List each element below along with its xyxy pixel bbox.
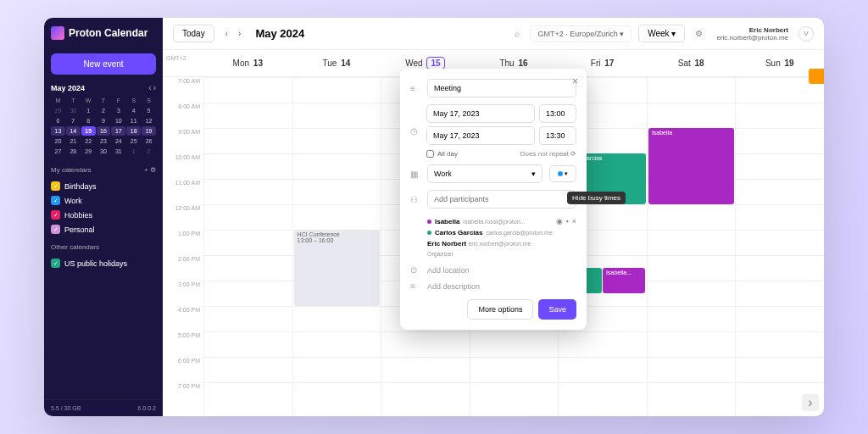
day-header[interactable]: Tue 14 bbox=[292, 50, 381, 76]
color-select[interactable]: ▾ bbox=[549, 165, 576, 182]
user-email: eric.norbert@proton.me bbox=[716, 34, 788, 42]
save-button[interactable]: Save bbox=[538, 299, 576, 320]
calendar-checkbox[interactable]: ✓ bbox=[51, 196, 60, 205]
today-button[interactable]: Today bbox=[173, 25, 214, 42]
calendar-item[interactable]: ✓US public holidays bbox=[51, 256, 156, 270]
event-isabella-sat[interactable]: Isabella bbox=[648, 128, 735, 204]
event-hci[interactable]: HCI Conference 13:00 – 16:00 bbox=[294, 230, 381, 306]
mini-day[interactable]: 2 bbox=[97, 106, 111, 115]
mini-day[interactable]: 10 bbox=[111, 116, 125, 125]
mini-day[interactable]: 1 bbox=[126, 147, 141, 156]
mini-day[interactable]: 4 bbox=[126, 106, 141, 115]
close-icon[interactable]: × bbox=[572, 75, 578, 87]
description-icon: ≡ bbox=[410, 281, 420, 291]
forward-icon[interactable]: › bbox=[802, 394, 819, 411]
eye-icon[interactable]: ◉ bbox=[556, 217, 563, 225]
calendar-select[interactable]: Work▾ bbox=[427, 164, 542, 183]
search-icon[interactable]: ⌕ bbox=[511, 27, 523, 40]
mini-day[interactable]: 19 bbox=[142, 126, 156, 136]
add-description[interactable]: Add description bbox=[427, 282, 480, 291]
repeat-select[interactable]: Does not repeat ⟳ bbox=[520, 150, 576, 158]
brand: Proton Calendar bbox=[69, 27, 147, 39]
version: 6.0.0.2 bbox=[138, 405, 156, 411]
mini-day[interactable]: 29 bbox=[51, 106, 65, 115]
event-title-input[interactable] bbox=[427, 79, 576, 97]
mini-day[interactable]: 30 bbox=[97, 147, 111, 156]
mini-day[interactable]: 25 bbox=[126, 136, 141, 146]
mini-day[interactable]: 26 bbox=[142, 136, 156, 146]
mini-day[interactable]: 29 bbox=[81, 147, 96, 156]
mini-day[interactable]: 28 bbox=[66, 147, 81, 156]
other-calendars-label[interactable]: Other calendars bbox=[51, 243, 99, 251]
mini-day[interactable]: 12 bbox=[142, 116, 156, 125]
start-date-input[interactable] bbox=[426, 104, 535, 123]
end-date-input[interactable] bbox=[426, 126, 535, 145]
prev-week-icon[interactable]: ‹ bbox=[221, 26, 232, 41]
mini-prev-icon[interactable]: ‹ bbox=[148, 83, 151, 92]
new-event-button[interactable]: New event bbox=[51, 53, 156, 75]
logo[interactable]: Proton Calendar bbox=[44, 18, 163, 48]
calendar-checkbox[interactable]: ✓ bbox=[51, 225, 60, 234]
mini-next-icon[interactable]: › bbox=[153, 83, 156, 92]
mini-day[interactable]: 1 bbox=[81, 106, 96, 115]
add-calendar-icon[interactable]: + bbox=[144, 166, 148, 174]
calendar-checkbox[interactable]: ✓ bbox=[51, 210, 60, 220]
participants-input[interactable] bbox=[427, 190, 576, 209]
more-options-button[interactable]: More options bbox=[467, 299, 533, 320]
mini-day[interactable]: 31 bbox=[111, 147, 125, 156]
mini-day[interactable]: 17 bbox=[111, 126, 125, 136]
calendar-item[interactable]: ✓Personal bbox=[51, 222, 156, 236]
title-icon: ≡ bbox=[410, 84, 420, 93]
start-time-input[interactable] bbox=[539, 104, 576, 123]
mini-day[interactable]: 20 bbox=[51, 136, 65, 146]
calendar-item[interactable]: ✓Work bbox=[51, 193, 156, 208]
mini-day[interactable]: 14 bbox=[66, 126, 81, 136]
mini-day[interactable]: 13 bbox=[51, 126, 65, 136]
mini-day[interactable]: 18 bbox=[126, 126, 141, 136]
mini-day[interactable]: 5 bbox=[142, 106, 156, 115]
mini-day[interactable]: 3 bbox=[111, 106, 125, 115]
participant-dot bbox=[427, 220, 431, 224]
mini-day[interactable]: 7 bbox=[66, 116, 81, 125]
calendar-checkbox[interactable]: ✓ bbox=[51, 259, 60, 268]
mini-day[interactable]: 21 bbox=[66, 136, 81, 146]
settings-icon[interactable]: ⚙ bbox=[692, 27, 706, 40]
mini-day[interactable]: 9 bbox=[97, 116, 111, 125]
calendar-item[interactable]: ✓Birthdays bbox=[51, 179, 156, 193]
mini-day[interactable]: 2 bbox=[142, 147, 156, 156]
calendar-item[interactable]: ✓Hobbies bbox=[51, 208, 156, 222]
event-isabella3[interactable]: Isabella... bbox=[603, 268, 645, 293]
mini-cal-month: May 2024 bbox=[51, 84, 85, 92]
mini-day[interactable]: 15 bbox=[81, 126, 96, 136]
timezone-select[interactable]: GMT+2 · Europe/Zurich ▾ bbox=[530, 25, 632, 42]
calendar-checkbox[interactable]: ✓ bbox=[51, 181, 60, 191]
event-modal: × ≡ ◷ All day bbox=[400, 69, 587, 330]
mini-day[interactable]: 16 bbox=[97, 126, 111, 136]
my-calendars-label[interactable]: My calendars bbox=[51, 166, 92, 174]
add-location[interactable]: Add location bbox=[427, 266, 470, 275]
gutter-tz: GMT+2 bbox=[163, 50, 203, 76]
all-day-checkbox[interactable]: All day bbox=[426, 150, 458, 158]
end-time-input[interactable] bbox=[539, 126, 576, 145]
user-name: Eric Norbert bbox=[716, 26, 788, 34]
mini-day[interactable]: 22 bbox=[81, 136, 96, 146]
mini-day[interactable]: 8 bbox=[81, 116, 96, 125]
avatar[interactable]: V bbox=[798, 26, 814, 42]
people-icon: ⚇ bbox=[410, 195, 420, 204]
mini-day[interactable]: 11 bbox=[126, 116, 141, 125]
location-icon: ⊙ bbox=[410, 265, 420, 275]
mini-day[interactable]: 23 bbox=[97, 136, 111, 146]
day-header[interactable]: Mon 13 bbox=[203, 50, 292, 76]
mini-day[interactable]: 24 bbox=[111, 136, 125, 146]
view-select[interactable]: Week ▾ bbox=[638, 25, 685, 42]
mini-day[interactable]: 6 bbox=[51, 116, 65, 125]
next-week-icon[interactable]: › bbox=[234, 26, 245, 41]
calendar-settings-icon[interactable]: ⚙ bbox=[150, 166, 156, 174]
side-pin-icon[interactable] bbox=[809, 69, 824, 84]
remove-icon[interactable]: × bbox=[572, 217, 576, 225]
mini-day[interactable]: 27 bbox=[51, 147, 65, 156]
mini-day[interactable]: 30 bbox=[66, 106, 81, 115]
storage-text: 5.5 / 30 GB bbox=[51, 405, 81, 411]
day-header[interactable]: Sat 18 bbox=[647, 50, 736, 76]
contact-icon[interactable]: ▪ bbox=[566, 217, 569, 225]
